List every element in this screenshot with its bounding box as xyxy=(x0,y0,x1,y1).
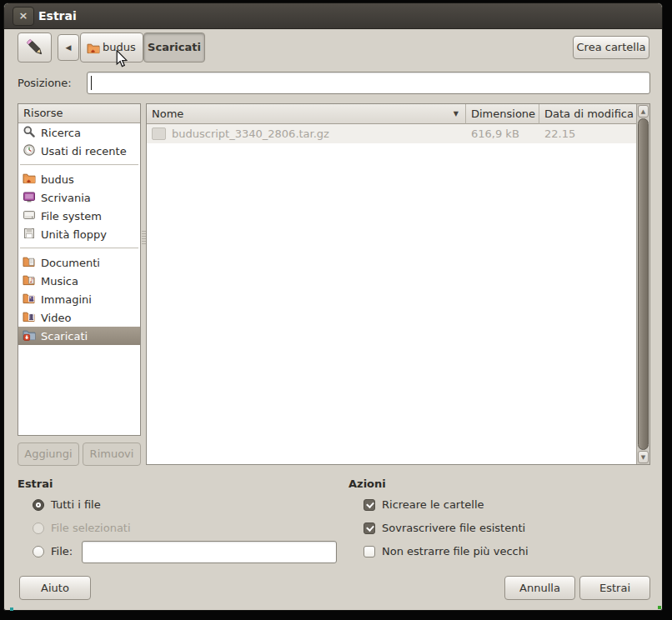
sidebar-item-budus[interactable]: budus xyxy=(18,170,140,188)
file-name: buduscript_3340_2806.tar.gz xyxy=(172,128,329,140)
vertical-scrollbar[interactable]: ▲ ▼ xyxy=(636,104,649,464)
sidebar-item-label: Scaricati xyxy=(41,330,88,342)
radio-label: File selezionati xyxy=(51,522,131,534)
help-button[interactable]: Aiuto xyxy=(19,576,91,600)
column-header-dimensione[interactable]: Dimensione xyxy=(466,104,539,124)
sidebar-item-label: budus xyxy=(41,173,74,186)
checkbox-label: Sovrascrivere file esistenti xyxy=(382,522,525,534)
sidebar-item-usati-di-recente[interactable]: Usati di recente xyxy=(18,142,140,160)
scroll-up-button[interactable]: ▲ xyxy=(638,105,649,118)
sidebar-item-label: Documenti xyxy=(41,257,100,269)
search-icon xyxy=(23,125,36,141)
add-place-button[interactable]: Aggiungi xyxy=(18,442,79,466)
sidebar-item-label: Usati di recente xyxy=(41,145,127,158)
sidebar-item-label: Unità floppy xyxy=(41,228,107,241)
location-label: Posizione: xyxy=(18,77,72,89)
file-pattern-input[interactable] xyxy=(82,541,337,563)
video-folder-icon xyxy=(23,310,36,326)
radio-row-file-selezionati[interactable]: File selezionati xyxy=(33,522,131,534)
archive-file-icon xyxy=(152,128,166,140)
places-sidebar: Risorse Ricerca Usati di recente budus S… xyxy=(18,103,141,436)
path-button-label: Scaricati xyxy=(148,41,201,53)
sidebar-item-unita-floppy[interactable]: Unità floppy xyxy=(18,225,140,243)
sidebar-item-immagini[interactable]: Immagini xyxy=(18,290,140,308)
sidebar-item-ricerca[interactable]: Ricerca xyxy=(18,123,140,142)
radio-disabled-icon xyxy=(33,522,44,534)
column-label: Nome xyxy=(152,108,183,120)
music-folder-icon: ♪ xyxy=(23,273,36,289)
sidebar-item-label: Ricerca xyxy=(41,127,81,139)
file-modified-cell: 22.15 xyxy=(539,128,580,140)
file-name-cell: buduscript_3340_2806.tar.gz xyxy=(147,128,466,140)
documents-folder-icon xyxy=(23,255,36,271)
sidebar-item-scrivania[interactable]: Scrivania xyxy=(18,188,140,207)
checkbox-checked-icon[interactable] xyxy=(364,522,375,534)
radio-selected-icon[interactable] xyxy=(33,499,44,511)
sidebar-item-label: Musica xyxy=(41,275,78,288)
checkbox-row-ricreare-le-cartelle[interactable]: Ricreare le cartelle xyxy=(364,498,484,511)
actions-section-title: Azioni xyxy=(349,478,386,490)
path-button-budus[interactable]: budus xyxy=(80,32,143,62)
svg-text:♪: ♪ xyxy=(29,277,33,284)
create-folder-button[interactable]: Crea cartella xyxy=(573,36,649,59)
sidebar-item-scaricati[interactable]: Scaricati xyxy=(18,327,140,345)
dialog-content: ◀ budus Scaricati Crea cartella xyxy=(4,28,662,610)
checkbox-label: Non estrarre file più vecchi xyxy=(382,545,529,558)
resize-grip-left[interactable] xyxy=(10,608,13,611)
column-label: Dimensione xyxy=(471,108,535,120)
file-list: Nome ▼ Dimensione Data di modifica budus… xyxy=(146,103,650,465)
pencil-icon xyxy=(24,48,46,61)
radio-row-tutti-i-file[interactable]: Tutti i file xyxy=(33,498,101,511)
checkbox-row-non-estrarre-file-piu-vecchi[interactable]: Non estrarre file più vecchi xyxy=(364,545,529,558)
create-folder-label: Crea cartella xyxy=(577,41,646,53)
sidebar-separator xyxy=(18,160,140,170)
cancel-button[interactable]: Annulla xyxy=(504,576,575,600)
radio-unselected-icon[interactable] xyxy=(33,546,44,558)
close-button[interactable]: × xyxy=(13,7,34,26)
scroll-down-button[interactable]: ▼ xyxy=(638,451,649,463)
checkbox-label: Ricreare le cartelle xyxy=(382,498,484,511)
sidebar-item-label: Video xyxy=(41,312,71,324)
type-filename-toggle-button[interactable] xyxy=(18,32,52,62)
checkbox-checked-icon[interactable] xyxy=(364,499,375,511)
extract-button[interactable]: Estrai xyxy=(579,576,650,600)
checkbox-unchecked-icon[interactable] xyxy=(364,546,375,558)
sidebar-item-label: File system xyxy=(41,210,102,222)
column-label: Data di modifica xyxy=(544,108,634,120)
path-scroll-back-button[interactable]: ◀ xyxy=(58,34,79,61)
column-header-nome[interactable]: Nome ▼ xyxy=(147,104,466,124)
pictures-folder-icon xyxy=(23,292,36,308)
sidebar-item-file-system[interactable]: File system xyxy=(18,207,140,225)
text-caret xyxy=(91,76,92,90)
extract-dialog-window: × Estrai ◀ xyxy=(3,2,663,611)
radio-label: File: xyxy=(51,545,73,558)
sidebar-separator xyxy=(18,243,140,253)
file-row[interactable]: buduscript_3340_2806.tar.gz 616,9 kB 22.… xyxy=(147,124,636,143)
sidebar-item-musica[interactable]: ♪ Musica xyxy=(18,272,140,290)
back-arrow-icon: ◀ xyxy=(66,43,72,52)
titlebar[interactable]: × Estrai xyxy=(4,3,662,29)
scrollbar-thumb[interactable] xyxy=(638,118,649,450)
desktop-icon xyxy=(23,190,36,206)
path-button-scaricati[interactable]: Scaricati xyxy=(143,32,205,62)
drive-icon xyxy=(23,208,36,224)
remove-place-button[interactable]: Rimuovi xyxy=(83,442,141,466)
sidebar-item-documenti[interactable]: Documenti xyxy=(18,253,140,272)
file-size-cell: 616,9 kB xyxy=(466,128,539,140)
downloads-folder-icon xyxy=(23,328,36,344)
column-header-data-di-modifica[interactable]: Data di modifica xyxy=(539,104,636,124)
mouse-cursor xyxy=(115,50,128,71)
window-title: Estrai xyxy=(38,3,77,28)
radio-row-file[interactable]: File: xyxy=(33,545,73,558)
sidebar-header[interactable]: Risorse xyxy=(18,104,140,123)
checkbox-row-sovrascrivere-file-esistenti[interactable]: Sovrascrivere file esistenti xyxy=(364,522,525,534)
sidebar-item-video[interactable]: Video xyxy=(18,308,140,327)
sort-descending-icon: ▼ xyxy=(454,104,459,123)
file-list-header: Nome ▼ Dimensione Data di modifica xyxy=(147,104,636,124)
sidebar-item-label: Immagini xyxy=(41,293,92,306)
location-input[interactable] xyxy=(87,72,650,94)
recent-clock-icon xyxy=(23,143,36,159)
floppy-icon xyxy=(23,227,36,242)
resize-grip-right[interactable] xyxy=(658,606,661,609)
radio-label: Tutti i file xyxy=(51,498,101,511)
